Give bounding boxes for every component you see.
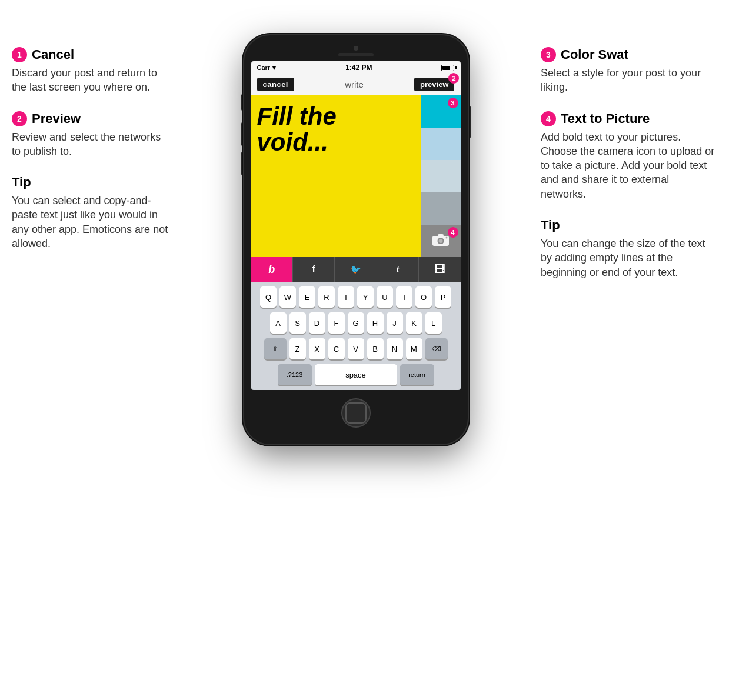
colorswat-label: Color Swat: [561, 47, 628, 62]
texttopic-body: Add bold text to your pictures. Choose t…: [541, 130, 717, 201]
swatch-lightblue[interactable]: [421, 128, 461, 160]
swatches-panel: 3: [421, 95, 461, 257]
mute-button: [241, 94, 244, 111]
app-nav: cancel write preview 2: [251, 74, 461, 95]
key-m[interactable]: M: [406, 338, 422, 359]
film-icon: 🎞: [434, 264, 445, 276]
section-texttopic-title: 4 Text to Picture: [541, 111, 717, 126]
twitter-button[interactable]: 🐦: [335, 257, 377, 282]
swatch-lightgray[interactable]: [421, 160, 461, 192]
keyboard: Q W E R T Y U I O P A: [251, 282, 461, 390]
key-i[interactable]: I: [396, 286, 412, 308]
key-row-bottom: .?123 space return: [254, 364, 458, 385]
bold-button[interactable]: b: [251, 257, 293, 282]
key-v[interactable]: V: [348, 338, 364, 359]
page-container: 1 Cancel Discard your post and return to…: [0, 0, 729, 700]
swatch-cyan[interactable]: 3: [421, 95, 461, 128]
delete-key[interactable]: ⌫: [425, 338, 448, 359]
key-row-3: ⇧ Z X C V B N M ⌫: [254, 338, 458, 359]
badge-1: 1: [12, 47, 27, 62]
tip1-title: Tip: [12, 175, 171, 190]
facebook-button[interactable]: f: [293, 257, 335, 282]
section-preview-title: 2 Preview: [12, 111, 171, 126]
wifi-icon: ▾: [272, 64, 276, 72]
home-button-inner: [345, 402, 367, 424]
power-button: [468, 106, 471, 138]
shift-key[interactable]: ⇧: [264, 338, 287, 359]
phone-outer: Carr ▾ 1:42 PM cancel write: [244, 35, 468, 444]
preview-body: Review and select the networks to publis…: [12, 130, 171, 159]
center-panel: Carr ▾ 1:42 PM cancel write: [182, 35, 529, 444]
volume-down-button: [241, 152, 244, 175]
battery-icon: [441, 65, 454, 71]
key-u[interactable]: U: [377, 286, 393, 308]
key-b[interactable]: B: [367, 338, 384, 359]
key-space[interactable]: space: [315, 364, 397, 385]
camera-swatch[interactable]: 4: [421, 225, 461, 257]
camera-icon: [431, 232, 450, 251]
tip1-label: Tip: [12, 175, 31, 190]
app-toolbar: b f 🐦 t 🎞: [251, 257, 461, 282]
front-camera: [354, 46, 358, 51]
svg-point-2: [438, 239, 442, 243]
key-g[interactable]: G: [348, 312, 364, 334]
badge-4: 4: [541, 111, 556, 126]
key-q[interactable]: Q: [260, 286, 277, 308]
badge-2: 2: [12, 111, 27, 126]
camera-badge-4: 4: [448, 227, 458, 238]
nav-title: write: [345, 79, 364, 89]
key-w[interactable]: W: [279, 286, 296, 308]
key-s[interactable]: S: [289, 312, 306, 334]
key-e[interactable]: E: [299, 286, 315, 308]
film-button[interactable]: 🎞: [419, 257, 460, 282]
key-d[interactable]: D: [309, 312, 325, 334]
swatch-badge-3: 3: [448, 98, 458, 108]
key-j[interactable]: J: [387, 312, 403, 334]
tip2-label: Tip: [541, 218, 560, 233]
tumblr-button[interactable]: t: [377, 257, 419, 282]
volume-up-button: [241, 122, 244, 146]
key-f[interactable]: F: [328, 312, 345, 334]
key-row-1: Q W E R T Y U I O P: [254, 286, 458, 308]
twitter-icon: 🐦: [351, 265, 361, 274]
key-a[interactable]: A: [270, 312, 287, 334]
svg-point-4: [445, 236, 447, 238]
key-numbers[interactable]: .?123: [278, 364, 312, 385]
section-colorswat-title: 3 Color Swat: [541, 47, 717, 62]
phone: Carr ▾ 1:42 PM cancel write: [244, 35, 468, 444]
key-y[interactable]: Y: [357, 286, 374, 308]
preview-label: Preview: [32, 111, 81, 126]
badge-3: 3: [541, 47, 556, 62]
cancel-label: Cancel: [32, 47, 74, 62]
key-t[interactable]: T: [338, 286, 354, 308]
key-c[interactable]: C: [328, 338, 345, 359]
right-panel: 3 Color Swat Select a style for your pos…: [529, 35, 717, 296]
text-area[interactable]: Fill the void...: [251, 95, 421, 257]
app-content: Fill the void... 3: [251, 95, 461, 257]
carrier-text: Carr: [257, 64, 271, 71]
key-l[interactable]: L: [425, 312, 442, 334]
colorswat-body: Select a style for your post to your lik…: [541, 66, 717, 95]
status-time: 1:42 PM: [345, 64, 372, 72]
home-button[interactable]: [341, 398, 371, 428]
key-x[interactable]: X: [309, 338, 325, 359]
phone-bottom: [251, 398, 461, 428]
key-n[interactable]: N: [387, 338, 403, 359]
key-row-2: A S D F G H J K L: [254, 312, 458, 334]
preview-nav-badge: 2: [448, 73, 459, 84]
cancel-button[interactable]: cancel: [257, 78, 294, 91]
key-z[interactable]: Z: [289, 338, 306, 359]
phone-screen: Carr ▾ 1:42 PM cancel write: [251, 61, 461, 390]
status-bar: Carr ▾ 1:42 PM: [251, 61, 461, 74]
key-o[interactable]: O: [415, 286, 432, 308]
key-return[interactable]: return: [400, 364, 434, 385]
key-r[interactable]: R: [318, 286, 335, 308]
swatch-gray[interactable]: [421, 192, 461, 225]
key-h[interactable]: H: [367, 312, 384, 334]
key-p[interactable]: P: [435, 286, 451, 308]
preview-button[interactable]: preview 2: [414, 78, 454, 91]
key-k[interactable]: K: [406, 312, 422, 334]
cancel-body: Discard your post and return to the last…: [12, 66, 171, 95]
left-panel: 1 Cancel Discard your post and return to…: [12, 35, 182, 267]
facebook-icon: f: [312, 264, 315, 275]
